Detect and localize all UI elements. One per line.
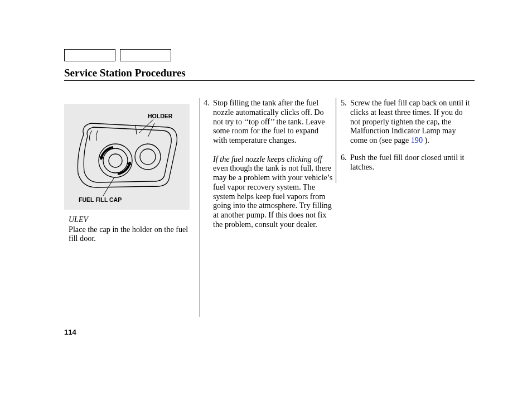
step-4-number: 4.	[204, 98, 213, 229]
header-box-2	[120, 49, 171, 61]
step-4-text-1: Stop filling the tank after the fuel noz…	[213, 98, 325, 144]
step-4-body: Stop filling the tank after the fuel noz…	[213, 98, 333, 229]
column-3: 5. Screw the fuel fill cap back on until…	[341, 98, 471, 243]
fuel-cap-illustration	[64, 104, 190, 210]
svg-line-6	[103, 177, 114, 196]
step-4-italic: If the fuel nozzle keeps clicking off	[213, 154, 322, 163]
page-number: 114	[64, 328, 76, 336]
header-reference-boxes	[64, 49, 171, 61]
figure-label-cap: FUEL FILL CAP	[79, 196, 122, 203]
figure-label-holder: HOLDER	[148, 113, 172, 119]
step-6: 6. Push the fuel fill door closed until …	[341, 153, 471, 172]
column-1: HOLDER FUEL FILL CAP ULEV Place the cap …	[64, 98, 196, 243]
step-4: 4. Stop filling the tank after the fuel …	[204, 98, 333, 229]
column1-body: Place the cap in the holder on the fuel …	[69, 225, 193, 244]
svg-point-0	[135, 144, 161, 170]
step-5-text-post: ).	[423, 136, 429, 144]
svg-point-2	[99, 144, 132, 177]
svg-point-4	[109, 154, 122, 167]
title-rule	[64, 80, 475, 81]
svg-point-3	[103, 148, 128, 173]
ulev-label: ULEV	[69, 215, 196, 225]
column-2: 4. Stop filling the tank after the fuel …	[204, 98, 333, 243]
step-6-body: Push the fuel fill door closed until it …	[350, 153, 471, 172]
header-box-1	[64, 49, 115, 61]
page-title: Service Station Procedures	[64, 67, 186, 79]
step-5-text-pre: Screw the fuel fill cap back on until it…	[350, 98, 470, 144]
step-4-text-2: even though the tank is not full, there …	[213, 163, 332, 229]
step-5-body: Screw the fuel fill cap back on until it…	[350, 98, 471, 145]
step-5-number: 5.	[341, 98, 350, 145]
fuel-cap-figure: HOLDER FUEL FILL CAP	[64, 104, 190, 210]
page-link-190[interactable]: 190	[411, 136, 423, 144]
step-5: 5. Screw the fuel fill cap back on until…	[341, 98, 471, 145]
svg-point-1	[140, 149, 156, 165]
step-6-number: 6.	[341, 153, 350, 172]
